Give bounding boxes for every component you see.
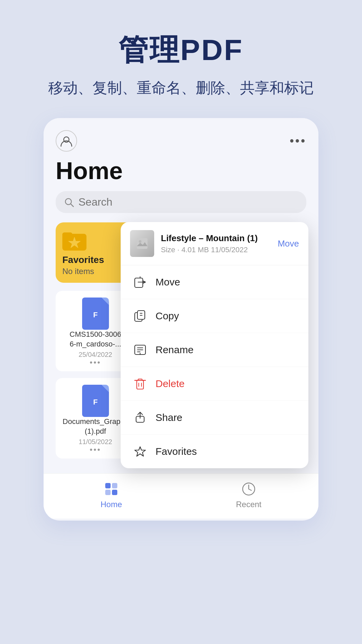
move-label: Move [156,276,180,288]
context-menu-item-copy[interactable]: Copy [121,299,308,333]
context-menu-item-move[interactable]: Move [121,265,308,299]
svg-marker-32 [135,447,145,456]
svg-rect-4 [62,232,72,237]
context-header-move-button[interactable]: Move [278,238,299,249]
file-name-1: CMS1500-30066-m_cardoso-... [70,330,121,349]
delete-icon [133,376,147,391]
context-thumbnail [130,230,154,257]
context-menu: Lifestyle – Mountain (1) Size · 4.01 MB … [121,222,308,468]
svg-rect-27 [137,380,143,389]
delete-label: Delete [156,378,185,389]
search-icon [64,197,74,208]
svg-rect-9 [112,483,117,488]
file-more-1[interactable]: ••• [90,358,101,367]
avatar[interactable] [56,130,77,152]
copy-label: Copy [156,310,179,322]
rename-label: Rename [156,344,193,356]
app-card: ••• Home [44,118,318,521]
svg-point-14 [139,240,141,243]
recent-icon [240,480,257,498]
file-icon-4: F [82,385,109,417]
more-menu-button[interactable]: ••• [290,134,306,148]
folder-icon [62,230,86,251]
nav-home-label: Home [101,500,122,509]
nav-home[interactable]: Home [101,480,122,509]
context-menu-item-share[interactable]: Share [121,401,308,435]
context-filename: Lifestyle – Mountain (1) [161,233,271,244]
svg-rect-11 [112,490,117,495]
share-label: Share [156,412,182,423]
home-title: Home [56,157,306,184]
context-menu-item-delete[interactable]: Delete [121,367,308,401]
svg-line-2 [71,204,73,207]
top-bar: ••• [56,130,306,152]
svg-rect-13 [137,238,147,249]
move-icon [133,275,147,289]
file-name-4: Documents_Graphs (1).pdf [61,417,130,436]
context-menu-item-favorites[interactable]: Favorites [121,435,308,468]
svg-rect-10 [105,490,111,495]
context-header: Lifestyle – Mountain (1) Size · 4.01 MB … [121,222,308,265]
page-title: 管理PDF [48,30,314,70]
file-date-4: 11/05/2022 [79,438,112,446]
search-bar[interactable] [56,191,306,213]
svg-rect-15 [135,278,143,287]
file-more-4[interactable]: ••• [90,445,101,454]
rename-icon [133,342,147,357]
nav-recent-label: Recent [236,500,261,509]
context-menu-item-rename[interactable]: Rename [121,333,308,367]
copy-icon [133,309,147,323]
context-meta: Size · 4.01 MB 11/05/2022 [161,246,271,254]
favorites-label: Favorites [156,446,197,457]
page-header: 管理PDF 移动、复制、重命名、删除、共享和标记 [48,30,314,98]
file-date-1: 25/04/2022 [79,351,112,359]
favorites-icon [133,444,147,459]
home-icon [103,480,120,498]
file-icon-1: F [82,298,109,330]
bottom-nav: Home Recent [44,473,318,519]
nav-recent[interactable]: Recent [236,480,261,509]
page-subtitle: 移动、复制、重命名、删除、共享和标记 [48,78,314,98]
svg-rect-8 [105,483,111,488]
share-icon [133,410,147,425]
context-file-info: Lifestyle – Mountain (1) Size · 4.01 MB … [161,233,271,254]
search-input[interactable] [78,196,298,208]
